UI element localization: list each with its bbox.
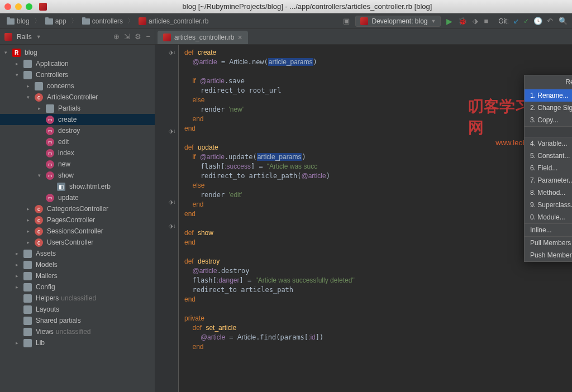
tree-item[interactable]: ▾Controllers <box>0 69 155 80</box>
tree-item[interactable]: ▸Assets <box>0 248 155 259</box>
git-history-icon[interactable]: 🕓 <box>533 17 542 25</box>
popup-item[interactable]: 0. Module... <box>525 211 572 223</box>
tree-item[interactable]: Views unclassified <box>0 326 155 337</box>
tree-item[interactable]: ▸Models <box>0 259 155 270</box>
tree-item[interactable]: mdestroy <box>0 125 155 136</box>
stop-button[interactable]: ■ <box>484 17 488 25</box>
app-icon <box>39 3 47 11</box>
chevron-down-icon: ▼ <box>431 18 436 24</box>
code-content[interactable]: def create @article = Article.new(articl… <box>179 45 572 392</box>
project-tree[interactable]: ▾Rblog▸Application▾Controllers▸concerns▾… <box>0 45 155 392</box>
settings-icon[interactable]: ⚙ <box>135 32 141 41</box>
popup-item[interactable]: 1. Rename...⇧F6 <box>525 89 572 102</box>
breadcrumb-item[interactable]: app <box>43 16 69 26</box>
tree-item[interactable]: mnew <box>0 159 155 170</box>
popup-item[interactable]: 3. Copy...F5 <box>525 114 572 126</box>
popup-item[interactable]: Pull Members Up... <box>525 237 572 249</box>
tree-item[interactable]: ▾mshow <box>0 170 155 181</box>
tree-item[interactable]: Shared partials <box>0 315 155 326</box>
maximize-window[interactable] <box>26 3 32 10</box>
minimize-window[interactable] <box>15 3 22 10</box>
popup-title: Refactor This <box>525 75 572 89</box>
breadcrumb-item[interactable]: controllers <box>80 16 125 26</box>
tree-item[interactable]: ▸Config <box>0 281 155 293</box>
git-update-icon[interactable]: ↙ <box>513 17 519 25</box>
titlebar: blog [~/RubymineProjects/blog] - .../app… <box>0 0 572 13</box>
popup-item[interactable]: 9. Superclass... <box>525 199 572 211</box>
tree-item[interactable]: ▸cCategoriesController <box>0 203 155 214</box>
run-target-icon[interactable]: ▣ <box>343 17 350 25</box>
ruby-icon <box>163 34 171 41</box>
tree-item[interactable]: ▸cUsersController <box>0 237 155 248</box>
tree-item[interactable]: mindex <box>0 147 155 159</box>
refactor-popup: Refactor This 1. Rename...⇧F62. Change S… <box>524 75 572 262</box>
editor-tabs: articles_controller.rb ✕ <box>155 29 572 45</box>
ruby-icon <box>360 17 368 25</box>
project-sidebar: Rails ▼ ⊕ ⇲ ⚙ − ▾Rblog▸Application▾Contr… <box>0 29 155 392</box>
tree-item[interactable]: ▾cArticlesController <box>0 92 155 103</box>
folder-icon <box>82 18 90 25</box>
window-title: blog [~/RubymineProjects/blog] - .../app… <box>47 2 568 11</box>
popup-section: Extract <box>525 126 572 137</box>
chevron-down-icon[interactable]: ▼ <box>36 34 41 40</box>
collapse-icon[interactable]: ⇲ <box>124 32 130 41</box>
popup-item[interactable]: 8. Method...⌥⌘M <box>525 187 572 199</box>
close-icon[interactable]: ✕ <box>237 34 242 41</box>
run-button[interactable]: ▶ <box>446 17 452 26</box>
debug-button[interactable]: 🐞 <box>458 17 467 25</box>
hide-icon[interactable]: − <box>146 32 150 41</box>
rails-icon <box>4 33 12 41</box>
tree-item[interactable]: mupdate <box>0 192 155 203</box>
close-window[interactable] <box>4 3 11 10</box>
tree-item[interactable]: ▸cSessionsController <box>0 226 155 237</box>
folder-icon <box>7 18 15 25</box>
tree-item[interactable]: ▾Rblog <box>0 47 155 58</box>
popup-item[interactable]: 6. Field...⌥⌘F <box>525 162 572 174</box>
tree-item[interactable]: ▸Mailers <box>0 270 155 281</box>
tree-item[interactable]: ◧show.html.erb <box>0 181 155 192</box>
search-icon[interactable]: 🔍 <box>559 17 568 25</box>
popup-item[interactable]: Inline...⌥⌘N <box>525 224 572 236</box>
git-revert-icon[interactable]: ↶ <box>547 17 553 25</box>
gutter[interactable]: ⬗↓ ⬗↓ ⬗↓ ⬗↓ <box>155 45 179 392</box>
folder-icon <box>45 18 53 25</box>
tree-item[interactable]: ▸Application <box>0 58 155 69</box>
popup-item[interactable]: Push Members Down... <box>525 249 572 261</box>
window-controls[interactable] <box>4 3 32 10</box>
tree-item[interactable]: mcreate <box>0 114 155 125</box>
run-configuration[interactable]: Development: blog ▼ <box>355 16 441 27</box>
tree-item[interactable]: ▸concerns <box>0 80 155 92</box>
coverage-button[interactable]: ⬗ <box>473 17 478 25</box>
sidebar-header: Rails ▼ ⊕ ⇲ ⚙ − <box>0 29 155 45</box>
sidebar-title: Rails <box>17 33 32 41</box>
tree-item[interactable]: ▸cPagesController <box>0 214 155 226</box>
ruby-icon <box>139 17 146 25</box>
tree-item[interactable]: ▸Partials <box>0 103 155 114</box>
breadcrumb-bar: blog 〉 app 〉 controllers 〉 articles_cont… <box>0 13 572 29</box>
git-commit-icon[interactable]: ✓ <box>523 17 529 25</box>
tree-item[interactable]: Layouts <box>0 304 155 315</box>
editor-tab[interactable]: articles_controller.rb ✕ <box>158 31 248 44</box>
tree-item[interactable]: medit <box>0 136 155 147</box>
tab-label: articles_controller.rb <box>174 34 234 41</box>
scope-icon[interactable]: ⊕ <box>113 32 120 41</box>
tree-item[interactable]: Helpers unclassified <box>0 293 155 304</box>
git-label: Git: <box>498 17 509 25</box>
popup-item[interactable]: 5. Constant...⌥⌘C <box>525 150 572 162</box>
popup-item[interactable]: 2. Change Signature...F6 <box>525 102 572 114</box>
editor: articles_controller.rb ✕ ⬗↓ ⬗↓ ⬗↓ ⬗↓ def… <box>155 29 572 392</box>
popup-item[interactable]: 7. Parameter...⌥⌘P <box>525 174 572 187</box>
tree-item[interactable]: ▸Lib <box>0 337 155 348</box>
breadcrumb-item[interactable]: blog <box>4 16 32 26</box>
breadcrumb-item[interactable]: articles_controller.rb <box>136 16 211 26</box>
popup-item[interactable]: 4. Variable...⌥⌘V <box>525 137 572 150</box>
